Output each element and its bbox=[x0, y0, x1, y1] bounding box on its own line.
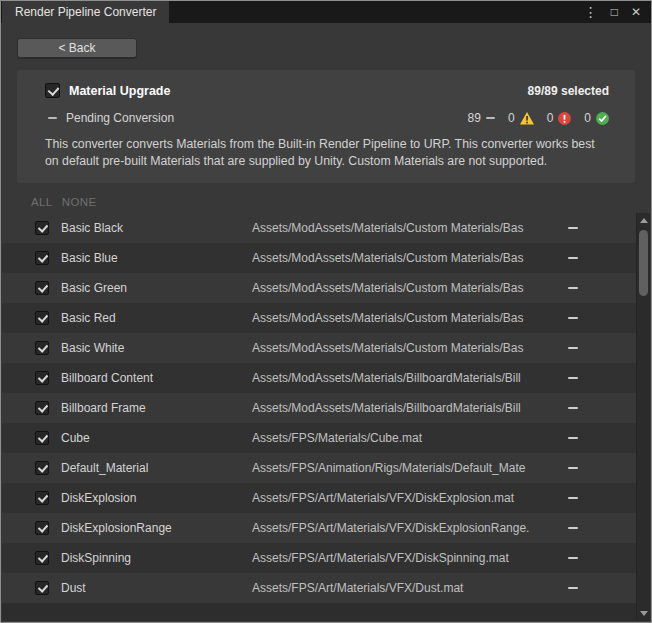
pending-dash-icon bbox=[486, 117, 495, 119]
item-path: Assets/FPS/Art/Materials/VFX/DiskExplosi… bbox=[252, 521, 568, 535]
pending-label: Pending Conversion bbox=[66, 111, 174, 125]
list-item[interactable]: Basic Red Assets/ModAssets/Materials/Cus… bbox=[2, 303, 636, 333]
converter-description: This converter converts Materials from t… bbox=[45, 136, 609, 170]
item-checkbox[interactable] bbox=[35, 491, 49, 505]
window-controls: ⋮ □ ✕ bbox=[584, 1, 651, 23]
item-name: Basic Green bbox=[49, 281, 252, 295]
selected-count: 89/89 selected bbox=[528, 84, 609, 98]
error-count: 0 bbox=[547, 111, 554, 125]
item-status-dash-icon bbox=[568, 497, 578, 499]
item-checkbox[interactable] bbox=[35, 281, 49, 295]
item-status-dash-icon bbox=[568, 407, 578, 409]
scroll-down-icon[interactable] bbox=[637, 606, 650, 621]
titlebar: Render Pipeline Converter ⋮ □ ✕ bbox=[1, 1, 651, 23]
select-buttons: ALL NONE bbox=[31, 196, 651, 208]
scroll-thumb[interactable] bbox=[639, 230, 648, 296]
item-name: Basic White bbox=[49, 341, 252, 355]
item-path: Assets/ModAssets/Materials/Custom Materi… bbox=[252, 311, 568, 325]
item-checkbox[interactable] bbox=[35, 341, 49, 355]
window-title: Render Pipeline Converter bbox=[15, 5, 156, 19]
item-status-dash-icon bbox=[568, 437, 578, 439]
list-item[interactable]: DiskExplosionRange Assets/FPS/Art/Materi… bbox=[2, 513, 636, 543]
list-item[interactable]: DiskExplosion Assets/FPS/Art/Materials/V… bbox=[2, 483, 636, 513]
item-status-dash-icon bbox=[568, 527, 578, 529]
item-status-dash-icon bbox=[568, 347, 578, 349]
item-name: DiskExplosionRange bbox=[49, 521, 252, 535]
warning-count: 0 bbox=[508, 111, 515, 125]
list-item[interactable]: Basic Black Assets/ModAssets/Materials/C… bbox=[2, 213, 636, 243]
kebab-menu-icon[interactable]: ⋮ bbox=[584, 5, 598, 19]
list-item[interactable]: Basic White Assets/ModAssets/Materials/C… bbox=[2, 333, 636, 363]
item-checkbox[interactable] bbox=[35, 251, 49, 265]
item-path: Assets/FPS/Animation/Rigs/Materials/Defa… bbox=[252, 461, 568, 475]
item-checkbox[interactable] bbox=[35, 581, 49, 595]
item-name: Billboard Frame bbox=[49, 401, 252, 415]
item-path: Assets/ModAssets/Materials/BillboardMate… bbox=[252, 371, 568, 385]
pending-count: 89 bbox=[468, 111, 481, 125]
item-path: Assets/ModAssets/Materials/BillboardMate… bbox=[252, 401, 568, 415]
list-item[interactable]: Basic Green Assets/ModAssets/Materials/C… bbox=[2, 273, 636, 303]
item-path: Assets/FPS/Art/Materials/VFX/DiskExplosi… bbox=[252, 491, 568, 505]
item-path: Assets/FPS/Art/Materials/VFX/Dust.mat bbox=[252, 581, 568, 595]
pending-conversion-row[interactable]: Pending Conversion 89 0 0 bbox=[45, 111, 609, 125]
close-icon[interactable]: ✕ bbox=[631, 6, 641, 18]
item-name: Basic Black bbox=[49, 221, 252, 235]
item-checkbox[interactable] bbox=[35, 371, 49, 385]
item-name: Cube bbox=[49, 431, 252, 445]
indeterminate-dash-icon bbox=[48, 117, 57, 119]
converter-header: Material Upgrade 89/89 selected bbox=[45, 83, 609, 98]
warning-icon bbox=[520, 112, 534, 125]
success-count: 0 bbox=[584, 111, 591, 125]
select-all-button[interactable]: ALL bbox=[31, 196, 53, 208]
list-item[interactable]: Basic Blue Assets/ModAssets/Materials/Cu… bbox=[2, 243, 636, 273]
item-name: Basic Red bbox=[49, 311, 252, 325]
conversion-list-region: Basic Black Assets/ModAssets/Materials/C… bbox=[2, 213, 650, 621]
render-pipeline-converter-window: Render Pipeline Converter ⋮ □ ✕ < Back M… bbox=[0, 0, 652, 623]
list-item[interactable]: Billboard Content Assets/ModAssets/Mater… bbox=[2, 363, 636, 393]
item-checkbox[interactable] bbox=[35, 311, 49, 325]
item-name: Dust bbox=[49, 581, 252, 595]
error-icon bbox=[558, 112, 571, 125]
back-button[interactable]: < Back bbox=[17, 38, 137, 58]
list-item[interactable]: DiskSpinning Assets/FPS/Art/Materials/VF… bbox=[2, 543, 636, 573]
item-name: Billboard Content bbox=[49, 371, 252, 385]
toolbar: < Back bbox=[1, 23, 651, 70]
item-checkbox[interactable] bbox=[35, 461, 49, 475]
error-count-group: 0 bbox=[547, 111, 572, 125]
item-status-dash-icon bbox=[568, 587, 578, 589]
select-none-button[interactable]: NONE bbox=[62, 196, 97, 208]
item-status-dash-icon bbox=[568, 257, 578, 259]
item-checkbox[interactable] bbox=[35, 521, 49, 535]
scroll-up-icon[interactable] bbox=[637, 213, 650, 228]
list-item[interactable]: Default_Material Assets/FPS/Animation/Ri… bbox=[2, 453, 636, 483]
item-checkbox[interactable] bbox=[35, 551, 49, 565]
converter-checkbox[interactable] bbox=[45, 83, 60, 98]
pending-count-group: 89 bbox=[468, 111, 495, 125]
window-tab[interactable]: Render Pipeline Converter bbox=[2, 1, 169, 23]
item-name: DiskExplosion bbox=[49, 491, 252, 505]
item-path: Assets/ModAssets/Materials/Custom Materi… bbox=[252, 341, 568, 355]
item-status-dash-icon bbox=[568, 467, 578, 469]
item-name: Default_Material bbox=[49, 461, 252, 475]
list-item[interactable]: Dust Assets/FPS/Art/Materials/VFX/Dust.m… bbox=[2, 573, 636, 603]
list-item[interactable]: Cube Assets/FPS/Materials/Cube.mat bbox=[2, 423, 636, 453]
item-path: Assets/FPS/Materials/Cube.mat bbox=[252, 431, 568, 445]
item-path: Assets/ModAssets/Materials/Custom Materi… bbox=[252, 281, 568, 295]
item-checkbox[interactable] bbox=[35, 221, 49, 235]
item-name: DiskSpinning bbox=[49, 551, 252, 565]
item-status-dash-icon bbox=[568, 287, 578, 289]
success-count-group: 0 bbox=[584, 111, 609, 125]
scrollbar[interactable] bbox=[636, 213, 650, 621]
list-item[interactable]: Billboard Frame Assets/ModAssets/Materia… bbox=[2, 393, 636, 423]
item-checkbox[interactable] bbox=[35, 401, 49, 415]
converter-panel: Material Upgrade 89/89 selected Pending … bbox=[17, 70, 635, 183]
maximize-icon[interactable]: □ bbox=[611, 6, 618, 18]
conversion-list: Basic Black Assets/ModAssets/Materials/C… bbox=[2, 213, 636, 603]
item-status-dash-icon bbox=[568, 317, 578, 319]
item-path: Assets/FPS/Art/Materials/VFX/DiskSpinnin… bbox=[252, 551, 568, 565]
item-checkbox[interactable] bbox=[35, 431, 49, 445]
status-counts: 89 0 0 0 bbox=[468, 111, 609, 125]
item-status-dash-icon bbox=[568, 557, 578, 559]
item-status-dash-icon bbox=[568, 377, 578, 379]
success-check-icon bbox=[596, 112, 609, 125]
